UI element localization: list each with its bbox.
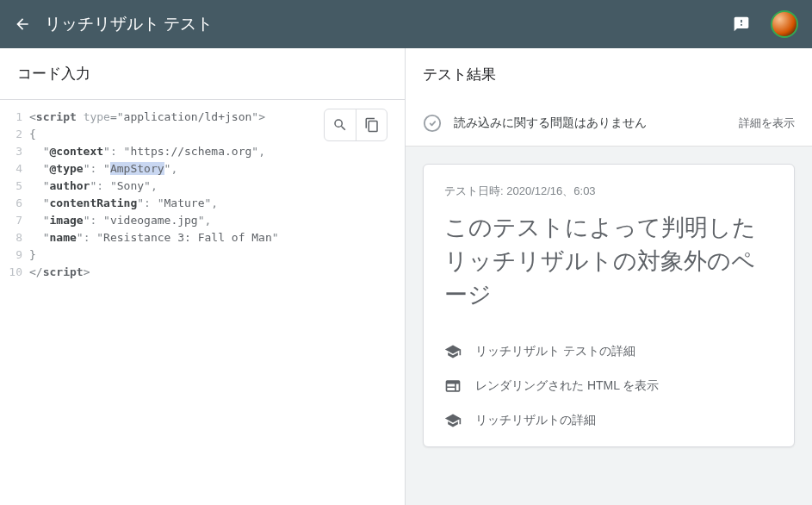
svg-point-0 [425,115,440,130]
code-body[interactable]: <script type="application/ld+json"> { "@… [29,109,405,505]
copy-button[interactable] [356,109,387,140]
account-avatar[interactable] [771,10,798,38]
app-header: リッチリザルト テスト [0,0,812,48]
learn-more-rich-results-test[interactable]: リッチリザルト テストの詳細 [444,334,773,369]
editor-toolbar [324,109,387,141]
link-label: リッチリザルト テストの詳細 [475,344,635,359]
status-text: 読み込みに関する問題はありません [454,115,647,131]
left-pane-title: コード入力 [0,48,405,100]
copy-icon [364,117,380,133]
school-icon [444,343,462,360]
feedback-icon[interactable] [733,16,750,33]
learn-more-rich-results[interactable]: リッチリザルトの詳細 [444,403,773,438]
test-date: テスト日時: 2020/12/16、6:03 [444,184,773,199]
status-details-link[interactable]: 詳細を表示 [739,115,795,131]
code-input-pane: コード入力 1 2 3 4 5 6 7 8 9 10 <script type=… [0,48,405,505]
line-number: 8 [0,229,22,246]
result-card: テスト日時: 2020/12/16、6:03 このテストによって判明したリッチリ… [423,164,795,447]
school-icon [444,412,462,429]
code-editor[interactable]: 1 2 3 4 5 6 7 8 9 10 <script type="appli… [0,100,405,505]
line-number: 3 [0,143,22,160]
line-number: 7 [0,212,22,229]
view-rendered-html[interactable]: レンダリングされた HTML を表示 [444,369,773,403]
line-number: 4 [0,160,22,178]
line-number: 1 [0,109,22,126]
app-title: リッチリザルト テスト [45,13,213,35]
line-number: 2 [0,126,22,143]
web-icon [444,377,462,395]
search-icon [332,117,348,133]
link-label: リッチリザルトの詳細 [475,413,596,428]
check-circle-icon [423,114,442,133]
search-button[interactable] [325,109,356,140]
line-number: 5 [0,178,22,195]
line-number: 10 [0,264,22,281]
result-heading: このテストによって判明したリッチリザルトの対象外のページ [444,211,773,312]
line-number: 9 [0,246,22,264]
link-label: レンダリングされた HTML を表示 [475,378,659,394]
back-arrow-icon[interactable] [14,16,31,33]
line-gutter: 1 2 3 4 5 6 7 8 9 10 [0,109,29,505]
results-pane: テスト結果 読み込みに関する問題はありません 詳細を表示 テスト日時: 2020… [405,48,812,505]
line-number: 6 [0,195,22,212]
right-pane-title: テスト結果 [406,48,812,100]
loading-status-row: 読み込みに関する問題はありません 詳細を表示 [406,100,812,147]
